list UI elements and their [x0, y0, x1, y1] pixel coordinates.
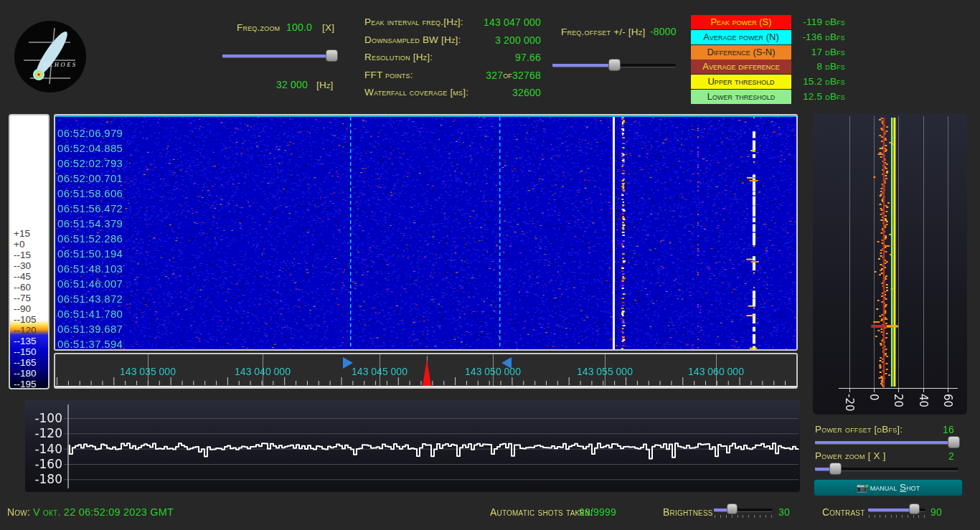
waterfall-timestamp: 06:51:56.472	[57, 202, 123, 214]
scale-label: --105	[14, 314, 37, 325]
scale-label: --15	[14, 250, 31, 260]
fft-of-label: of	[503, 67, 512, 85]
waterfall-timestamp: 06:51:54.379	[57, 217, 123, 229]
scale-label: --195	[14, 379, 37, 389]
fft-total-value: 32768	[512, 67, 541, 85]
ruler-frequency-label: 143 050 000	[450, 366, 536, 377]
power-plot-canvas	[813, 113, 967, 415]
power-offset-slider[interactable]	[815, 436, 958, 450]
scale-label: --120	[14, 325, 37, 336]
stat-value: 97.66	[468, 49, 541, 67]
slider-handle[interactable]	[326, 49, 338, 62]
waterfall-timestamp: 06:51:52.286	[57, 232, 123, 245]
scale-label: --165	[14, 357, 37, 368]
power-plot-x-label: 0	[867, 394, 880, 401]
power-plot-x-label: -20	[843, 394, 856, 412]
waterfall-timestamp: 06:51:43.872	[57, 293, 123, 305]
slider-track	[815, 441, 958, 445]
ruler-frequency-label: 143 040 000	[220, 366, 306, 377]
contrast-label: Contrast	[822, 506, 865, 518]
stat-value: 143 047 000	[468, 14, 541, 32]
slider-handle[interactable]	[727, 503, 738, 514]
scale-label: +15	[14, 228, 30, 239]
freq-zoom-unit: [X]	[322, 22, 334, 33]
slider-handle[interactable]	[909, 503, 920, 514]
stats-panel: Peak interval freq.[Hz]:143 047 000 Down…	[364, 14, 525, 102]
power-plot-x-label: 40	[917, 394, 930, 407]
legend-readout-1: -119 dBfs	[773, 15, 845, 30]
freq-zoom-value: 100.0	[286, 22, 312, 33]
contrast-slider[interactable]	[868, 503, 925, 518]
waterfall-timestamp: 06:52:06.979	[57, 127, 123, 139]
scale-label: --135	[14, 336, 37, 346]
slider-handle[interactable]	[608, 59, 621, 71]
legend-values: -119 dBfs-136 dBfs17 dBfs8 dBfs15.2 dBfs…	[773, 15, 845, 105]
contrast-value: 90	[930, 506, 942, 518]
shots-taken-value: 93/9999	[579, 506, 616, 518]
spectrum-canvas	[25, 400, 800, 492]
slider-ticks	[869, 515, 925, 518]
ruler-frequency-label: 143 060 000	[673, 366, 759, 377]
stat-label: Peak interval freq.[Hz]:	[364, 14, 468, 32]
waterfall-timestamp: 06:52:00.701	[57, 172, 123, 184]
waterfall-timestamp: 06:52:04.885	[57, 142, 123, 154]
waterfall-timestamp: 06:51:58.606	[57, 187, 123, 199]
slider-handle[interactable]	[948, 436, 960, 448]
scale-label: --180	[14, 368, 37, 379]
freq-span-value: 32 000	[276, 79, 308, 90]
spectrum-y-label: -100	[25, 411, 62, 425]
brightness-slider[interactable]	[714, 503, 773, 518]
waterfall-timestamp: 06:52:02.793	[57, 157, 123, 169]
legend-readout-3: 17 dBfs	[773, 45, 845, 60]
scale-label: +0	[14, 239, 24, 250]
fft-points-value: 327	[486, 67, 503, 85]
power-plot-x-label: 20	[892, 394, 905, 407]
scale-label: --45	[14, 271, 31, 282]
camera-icon: 📷+	[857, 483, 867, 493]
legend-readout-2: -136 dBfs	[773, 30, 845, 45]
legend-readout-6: 12.5 dBfs	[773, 90, 845, 105]
waterfall-canvas[interactable]	[55, 115, 796, 349]
scale-label: --75	[14, 293, 31, 303]
echoes-main-window: ECHOES Freq.zoom 100.0 [X] 32 000 [Hz] P…	[0, 0, 980, 530]
shot-label-prefix: manual	[870, 482, 900, 493]
freq-offset-label: Freq.offset +/- [Hz]	[561, 27, 645, 37]
slider-ticks	[715, 515, 772, 518]
power-scale-ramp: +15+0--15--30--45--60--75--90--105--120-…	[9, 114, 50, 389]
stat-label: Resolution [Hz]:	[364, 49, 468, 67]
shots-taken-label: Automatic shots taken:	[490, 506, 593, 518]
slider-track	[714, 508, 773, 512]
waterfall-timestamp: 06:51:37.594	[57, 338, 123, 350]
freq-span-unit: [Hz]	[316, 80, 334, 90]
svg-text:ECHOES: ECHOES	[42, 61, 77, 68]
freq-zoom-slider[interactable]	[222, 49, 337, 64]
slider-handle[interactable]	[829, 463, 842, 475]
freq-offset-slider[interactable]	[552, 59, 676, 73]
power-zoom-value: 2	[948, 450, 954, 462]
power-offset-row: Power offset [dBfs]: 16	[815, 424, 954, 435]
spectrum-y-label: -160	[25, 457, 62, 471]
ruler-frequency-label: 143 045 000	[336, 366, 423, 377]
legend-readout-4: 8 dBfs	[773, 60, 845, 75]
stat-label: Waterfall coverage [ms]:	[364, 84, 468, 102]
power-zoom-slider[interactable]	[815, 463, 958, 477]
freq-zoom-label: Freq.zoom	[237, 22, 280, 33]
scale-label: --30	[14, 260, 31, 271]
shot-label-suffix: hot	[906, 482, 920, 493]
stat-label-fft: FFT points:	[364, 67, 468, 85]
manual-shot-button[interactable]: 📷+manual Shot	[814, 479, 963, 496]
power-plot-panel: -200204060	[813, 113, 967, 415]
scale-label: --90	[14, 303, 31, 314]
power-plot-x-label: 60	[941, 394, 954, 407]
spectrum-y-label: -180	[25, 472, 62, 486]
now-value: V окт. 22 06:52:09 2023 GMT	[33, 506, 174, 518]
slider-track	[222, 55, 337, 58]
brightness-value: 30	[778, 506, 790, 518]
frequency-ruler[interactable]: 143 035 000143 040 000143 045 000143 050…	[54, 353, 798, 389]
stat-value: 3 200 000	[468, 32, 541, 49]
power-offset-value: 16	[943, 424, 954, 435]
spectrum-y-label: -140	[25, 442, 62, 456]
scale-label: --60	[14, 282, 31, 293]
waterfall-timestamp: 06:51:46.007	[57, 278, 123, 290]
power-offset-label: Power offset [dBfs]:	[815, 424, 903, 435]
